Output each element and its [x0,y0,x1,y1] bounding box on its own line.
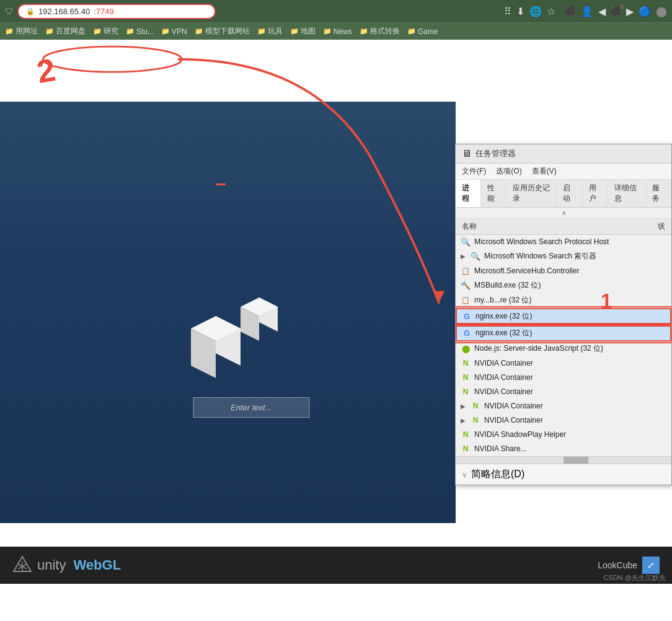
process-name: NVIDIA Container [484,416,666,425]
nginx-google-icon2: G [462,328,472,338]
table-row[interactable]: G nginx.exe (32 位) [456,308,671,325]
table-row[interactable]: N NVIDIA Share... [456,442,671,456]
browser-icons-right: ⠿ ⬇ 🌐 ☆ ⬛ 👤 ◀ ⬛2 ▶ 🔵 ⬤ [504,6,667,17]
bookmark-icon: 📁 [360,27,368,35]
nvidia-icon: N [461,429,471,439]
bookmark-研究[interactable]: 📁 研究 [93,26,118,37]
table-row[interactable]: 📋 my...b...re (32 位) [456,293,671,308]
bookmark-icon: 📁 [45,27,54,35]
tab-services[interactable]: 服务 [646,180,671,207]
grid-icon: ⠿ [504,6,511,17]
expand-arrow-icon: ▶ [461,253,466,260]
table-row[interactable]: N NVIDIA ShadowPlay Helper [456,428,671,442]
bookmark-icon: 📁 [126,27,135,35]
process-name: NVIDIA Share... [474,444,666,453]
red-mark [216,183,226,185]
bookmark-map[interactable]: 📁 地图 [290,26,316,37]
expand-arrow-icon: ▶ [461,417,466,424]
expand-arrow-icon: ▶ [461,403,466,410]
header-name: 名称 [462,221,477,232]
process-name: NVIDIA Container [484,402,666,410]
back-icon[interactable]: ◀ [598,6,606,17]
process-icon: 📋 [461,296,471,306]
nvidia-icon: N [471,401,480,411]
bookmark-toy[interactable]: 📁 玩具 [257,26,283,37]
table-row[interactable]: ▶ N NVIDIA Container [456,413,671,428]
unity-icon [12,555,32,575]
tm-menu-view[interactable]: 查看(V) [532,166,557,177]
process-icon: 🔨 [461,281,471,291]
bookmark-icon: 📁 [161,27,170,35]
tm-scroll-indicator[interactable] [456,456,671,464]
profile-icon[interactable]: 👤 [581,6,593,17]
forward-icon[interactable]: ▶ [626,6,634,17]
lookcube-label: LookCube [598,560,637,570]
tm-menu-options[interactable]: 选项(O) [496,166,521,177]
task-manager-menubar: 文件(F) 选项(O) 查看(V) [456,164,671,180]
table-row[interactable]: N NVIDIA Container [456,371,671,385]
webgl-label: WebGL [73,557,121,573]
tab-process[interactable]: 进程 [456,180,481,207]
bookmark-news[interactable]: 📁 News [323,27,352,36]
nvidia-icon: N [471,415,480,425]
table-row[interactable]: ▶ 🔍 Microsoft Windows Search 索引器 [456,249,671,264]
tab-startup[interactable]: 启动 [557,180,582,207]
bookmark-vpn[interactable]: 📁 VPN [161,27,187,36]
tm-title-text: 任务管理器 [475,148,516,159]
bookmark-label: News [334,27,352,36]
nvidia-icon: N [461,358,471,368]
extensions-icon[interactable]: ⬛ [565,6,576,16]
table-row[interactable]: N NVIDIA Container [456,385,671,399]
address-bar[interactable]: 🔒 192.168.65.40:7749 [17,4,216,19]
star-icon[interactable]: ☆ [547,6,555,17]
webgl-text-input[interactable]: Enter text... [193,397,309,418]
tab-app-history[interactable]: 应用历史记录 [506,180,557,207]
table-row[interactable]: ⬤ Node.js: Server-side JavaScript (32 位) [456,341,671,356]
bookmark-model[interactable]: 📁 模型下载网站 [195,26,250,37]
tab-users[interactable]: 用户 [583,180,608,207]
tab-performance[interactable]: 性能 [481,180,506,207]
circle-icon: 🔵 [639,6,651,17]
download-icon[interactable]: ⬇ [516,6,524,17]
bookmark-stu[interactable]: 📁 Stu... [126,27,154,36]
bookmark-icon: 📁 [257,27,266,35]
process-icon: 🔍 [461,237,471,247]
bookmark-label: 模型下载网站 [205,26,250,37]
tm-menu-file[interactable]: 文件(F) [462,166,486,177]
bookmark-icon: 📁 [93,27,102,35]
table-row[interactable]: N NVIDIA Container [456,356,671,371]
process-name: nginx.exe (32 位) [475,328,665,338]
expand-footer-icon: ∨ [462,470,467,479]
address-text: 192.168.65.40 [38,7,90,16]
bottom-bar: unity WebGL LookCube ⤢ [0,547,672,584]
table-row[interactable]: 🔨 MSBuild.exe (32 位) [456,278,671,293]
footer-label[interactable]: 简略信息(D) [471,468,524,481]
bookmark-百度网盘[interactable]: 📁 百度网盘 [45,26,86,37]
process-name: NVIDIA Container [474,387,666,396]
table-row[interactable]: 📋 Microsoft.ServiceHub.Controller [456,264,671,278]
process-name: nginx.exe (32 位) [475,311,665,322]
address-port: :7749 [94,7,114,16]
tab-details[interactable]: 详细信息 [608,180,646,207]
webgl-canvas[interactable]: Enter text... [0,102,456,523]
process-icon: 📋 [461,266,471,276]
table-row[interactable]: ▶ N NVIDIA Container [456,399,671,413]
task-manager-tabs: 进程 性能 应用历史记录 启动 用户 详细信息 服务 [456,180,671,208]
bookmark-用网址[interactable]: 📁 用网址 [5,26,38,37]
bookmark-game[interactable]: 📁 Game [407,27,438,36]
nvidia-icon: N [461,372,471,382]
expand-icon: ⤢ [647,560,655,570]
bookmark-format[interactable]: 📁 格式转换 [360,26,400,37]
table-row[interactable]: 🔍 Microsoft Windows Search Protocol Host [456,235,671,249]
task-manager-panel: 🖥 任务管理器 文件(F) 选项(O) 查看(V) 进程 性能 应用历史记录 启… [455,144,672,485]
cube-scene [179,291,303,393]
input-placeholder: Enter text... [231,403,272,412]
process-name: Microsoft.ServiceHub.Controller [474,266,666,275]
task-manager-collapse[interactable]: ∧ [456,208,671,219]
nodejs-icon: ⬤ [461,344,471,354]
table-row[interactable]: G nginx.exe (32 位) [456,325,671,341]
process-name: my...b...re (32 位) [474,295,666,306]
nginx-google-icon: G [462,312,472,322]
process-name: Node.js: Server-side JavaScript (32 位) [474,343,666,354]
main-content: 2 Enter text... [0,40,672,584]
